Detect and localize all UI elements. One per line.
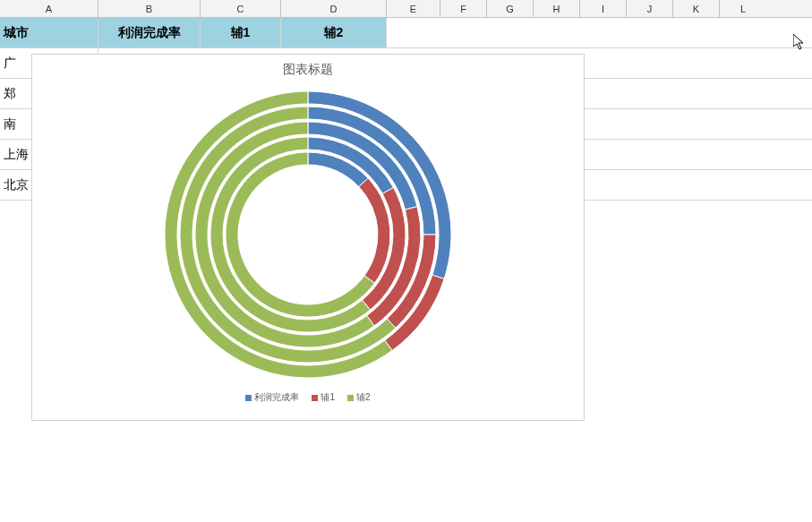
legend-label: 利润完成率 <box>254 391 299 404</box>
col-header-A[interactable]: A <box>0 0 98 17</box>
chart-object[interactable]: 图表标题 利润完成率 辅1 辅2 <box>31 54 585 421</box>
col-header-E[interactable]: E <box>387 0 440 17</box>
legend-item-profit: 利润完成率 <box>245 391 299 404</box>
col-header-I[interactable]: I <box>580 0 627 17</box>
header-profit-rate[interactable]: 利润完成率 <box>98 18 201 47</box>
col-header-C[interactable]: C <box>201 0 281 17</box>
column-header-row: A B C D E F G H I J K L <box>0 0 812 18</box>
legend-swatch-icon <box>245 395 252 401</box>
legend-label: 辅1 <box>321 391 335 404</box>
legend-swatch-icon <box>347 395 354 401</box>
col-header-F[interactable]: F <box>440 0 487 17</box>
col-header-J[interactable]: J <box>627 0 673 17</box>
chart-title: 图表标题 <box>32 62 584 78</box>
col-header-D[interactable]: D <box>281 0 387 17</box>
header-aux2[interactable]: 辅2 <box>281 18 387 47</box>
col-header-H[interactable]: H <box>534 0 580 17</box>
col-header-L[interactable]: L <box>720 0 766 17</box>
chart-plot-area <box>32 78 584 391</box>
col-header-B[interactable]: B <box>98 0 201 17</box>
col-header-G[interactable]: G <box>487 0 534 17</box>
col-header-K[interactable]: K <box>673 0 720 17</box>
doughnut-chart-svg <box>156 82 460 387</box>
chart-legend: 利润完成率 辅1 辅2 <box>32 391 584 404</box>
legend-label: 辅2 <box>356 391 371 404</box>
legend-item-aux1: 辅1 <box>312 391 335 404</box>
header-aux1[interactable]: 辅1 <box>201 18 281 47</box>
legend-item-aux2: 辅2 <box>347 391 371 404</box>
header-city[interactable]: 城市 <box>0 18 98 47</box>
table-header-row: 城市 利润完成率 辅1 辅2 <box>0 18 812 48</box>
legend-swatch-icon <box>312 395 318 401</box>
